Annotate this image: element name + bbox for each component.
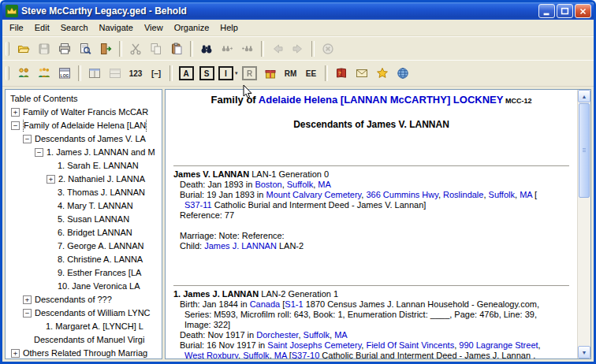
content-link[interactable]: James J. LANNAN xyxy=(204,241,277,251)
menu-search[interactable]: Search xyxy=(55,21,94,34)
paste-button[interactable] xyxy=(167,40,186,58)
content-link[interactable]: Suffolk xyxy=(243,351,269,358)
tree-item-label[interactable]: 1. Margaret A. [LYNCH] L xyxy=(46,320,143,333)
expand-toggle-plus[interactable]: + xyxy=(11,349,20,358)
tree-item-label[interactable]: 1. Sarah E. LANNAN xyxy=(58,159,139,173)
tree-item[interactable]: 8. Christine A. LANNA xyxy=(6,253,162,266)
whats-new-button[interactable] xyxy=(373,65,392,82)
maximize-button[interactable] xyxy=(557,4,573,18)
find-previous-button[interactable] xyxy=(238,40,257,58)
content-link[interactable]: MA xyxy=(274,351,287,358)
menu-help[interactable]: Help xyxy=(214,21,244,34)
tree-item-label[interactable]: 4. Mary T. LANNAN xyxy=(58,199,133,213)
tree-item-label[interactable]: 7. George A. LANNAN xyxy=(58,240,143,253)
menu-file[interactable]: File xyxy=(4,21,29,34)
tree-item[interactable]: 4. Mary T. LANNAN xyxy=(6,199,162,213)
content-link[interactable]: West Roxbury xyxy=(184,351,238,358)
tree-item[interactable]: −1. James J. LANNAN and M xyxy=(6,146,162,159)
split-screen-button[interactable] xyxy=(85,65,104,82)
tree-item[interactable]: 9. Esther Frances [LA xyxy=(6,266,162,280)
content-link[interactable]: Adelaide Helena [LANNAN McCARTHY] LOCKNE… xyxy=(259,94,504,106)
content-link[interactable]: Canada xyxy=(250,299,281,309)
cut-button[interactable] xyxy=(126,40,145,58)
everyone-button[interactable] xyxy=(14,65,33,82)
menu-edit[interactable]: Edit xyxy=(29,21,55,34)
expand-toggle-minus[interactable]: − xyxy=(23,135,32,143)
print-preview-button[interactable] xyxy=(76,40,95,58)
close-button[interactable] xyxy=(575,4,591,18)
content-link[interactable]: Suffolk xyxy=(304,330,330,340)
stop-button[interactable] xyxy=(318,40,337,58)
exit-button[interactable] xyxy=(96,40,115,58)
save-button[interactable] xyxy=(35,40,54,58)
expand-toggle-minus[interactable]: − xyxy=(35,148,43,157)
find-button[interactable] xyxy=(197,40,216,58)
forward-button[interactable] xyxy=(289,40,307,58)
vertical-scrollbar[interactable]: ▲ ▼ xyxy=(577,90,590,358)
toolbar-grip[interactable] xyxy=(6,42,9,56)
tile-windows-button[interactable] xyxy=(106,65,125,82)
minimize-button[interactable] xyxy=(538,4,555,18)
tree-item[interactable]: 6. Bridget LANNAN xyxy=(6,226,162,240)
help-button[interactable]: ? xyxy=(332,65,351,82)
tree-item[interactable]: 10. Jane Veronica LA xyxy=(6,280,162,293)
tree-item[interactable]: +Family of Walter Francis McCAR xyxy=(6,106,162,119)
tree-item[interactable]: 3. Thomas J. LANNAN xyxy=(6,186,162,199)
copy-button[interactable] xyxy=(147,40,166,58)
open-button[interactable] xyxy=(14,40,33,58)
tree-item[interactable]: −Descendants of James V. LA xyxy=(6,132,162,146)
tree-item-label[interactable]: Table of Contents xyxy=(10,92,78,106)
tree-item[interactable]: −Descendants of William LYNC xyxy=(6,306,162,320)
show-references-button[interactable]: R xyxy=(240,65,259,82)
content-link[interactable]: S37-10 xyxy=(292,351,319,358)
content-link[interactable]: MA xyxy=(334,330,348,340)
content-link[interactable]: Suffolk xyxy=(489,190,515,199)
tree-item-label[interactable]: Family of Adelaide Helena [LAN xyxy=(23,119,147,132)
tree-item-label[interactable]: Others Related Through Marriag xyxy=(23,347,147,359)
content-link[interactable]: 366 Cummins Hwy xyxy=(366,190,438,199)
log-button[interactable]: LOG xyxy=(55,65,74,82)
website-button[interactable] xyxy=(393,65,412,82)
expand-toggle-plus[interactable]: + xyxy=(47,175,55,184)
tree-item-label[interactable]: 8. Christine A. LANNA xyxy=(58,253,143,266)
show-information-button[interactable]: I▾ xyxy=(218,65,239,82)
expand-toggle-minus[interactable]: − xyxy=(11,121,20,130)
expand-toggle-plus[interactable]: + xyxy=(11,108,20,117)
tree-item-label[interactable]: 2. Nathaniel J. LANNA xyxy=(58,173,145,186)
menu-view[interactable]: View xyxy=(139,21,169,34)
tree-item[interactable]: 7. George A. LANNAN xyxy=(6,240,162,253)
tree-item-label[interactable]: 3. Thomas J. LANNAN xyxy=(58,186,145,199)
content-link[interactable]: MA xyxy=(520,190,532,199)
back-button[interactable] xyxy=(268,40,287,58)
expand-toggle-plus[interactable]: + xyxy=(23,295,32,304)
tree-item-label[interactable]: 9. Esther Frances [LA xyxy=(58,266,141,280)
tree-item-label[interactable]: Descendants of William LYNC xyxy=(35,306,151,320)
tree-item-label[interactable]: Descendants of ??? xyxy=(35,293,112,306)
content-link[interactable]: 990 Lagrange Street xyxy=(459,340,538,350)
tree-item-label[interactable]: 5. Susan LANNAN xyxy=(58,213,129,226)
content-link[interactable]: Roslindale xyxy=(443,190,483,199)
content-link[interactable]: Mount Calvary Cemetery xyxy=(266,190,361,199)
toolbar-grip[interactable] xyxy=(6,66,9,80)
show-sources-button[interactable]: S xyxy=(197,65,216,82)
tree-item-label[interactable]: 10. Jane Veronica LA xyxy=(58,280,140,293)
tree-item-label[interactable]: 6. Bridget LANNAN xyxy=(58,226,132,240)
tree-item[interactable]: Table of Contents xyxy=(6,92,162,106)
menu-organize[interactable]: Organize xyxy=(169,21,215,34)
tree-item-label[interactable]: Descendants of James V. LA xyxy=(35,132,146,146)
collapse-sections-button[interactable]: [–] xyxy=(147,65,166,82)
menu-navigate[interactable]: Navigate xyxy=(94,21,139,34)
send-feedback-button[interactable] xyxy=(352,65,371,82)
print-button[interactable] xyxy=(55,40,74,58)
numbering-button[interactable]: 123 xyxy=(126,65,145,82)
content-link[interactable]: Suffolk xyxy=(287,180,313,189)
content-link[interactable]: MA xyxy=(318,180,331,189)
families-button[interactable] xyxy=(35,65,54,82)
content-link[interactable]: Boston xyxy=(255,180,281,189)
autofit-button[interactable]: A xyxy=(177,65,196,82)
ee-button[interactable]: EE xyxy=(302,65,321,82)
content-link[interactable]: Dorchester xyxy=(256,330,298,340)
find-next-button[interactable] xyxy=(218,40,237,58)
chevron-down-icon[interactable]: ▾ xyxy=(235,70,238,76)
expand-toggle-minus[interactable]: − xyxy=(23,309,32,318)
